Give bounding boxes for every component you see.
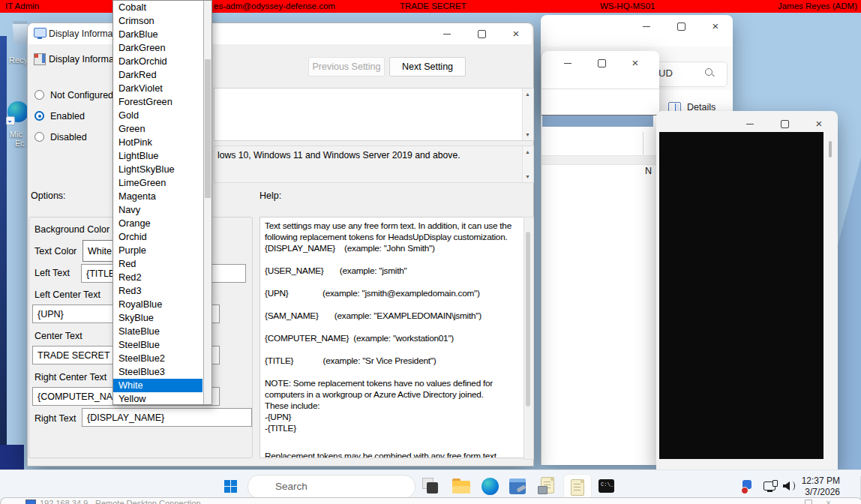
dropdown-item[interactable]: SteelBlue3 (113, 365, 202, 379)
policy-setting-name: Display Informat (49, 54, 116, 64)
dropdown-item[interactable]: Green (113, 122, 202, 136)
recycle-bin-label: Recy (9, 56, 28, 64)
start-button[interactable] (224, 480, 238, 494)
close-icon[interactable]: × (511, 28, 521, 39)
minimize-icon[interactable] (745, 118, 755, 129)
help-scrollbar-thumb[interactable] (526, 232, 530, 406)
app-icon-snip[interactable] (422, 478, 440, 496)
comment-box[interactable]: ▲ ▼ (214, 88, 534, 141)
policy-setting-icon (34, 53, 46, 65)
dropdown-item[interactable]: LightSkyBlue (113, 163, 202, 176)
options-label: Options: (31, 190, 66, 201)
dropdown-item[interactable]: Crimson (113, 14, 202, 28)
help-scrollbar[interactable] (524, 217, 534, 460)
dropdown-item[interactable]: Yellow (113, 392, 202, 406)
minimize-icon[interactable] (442, 28, 452, 39)
dropdown-item[interactable]: RoyalBlue (113, 298, 202, 311)
help-text: Text settings may use any free form text… (265, 220, 517, 434)
maximize-icon[interactable] (476, 28, 487, 39)
radio-label: Not Configured (50, 90, 113, 100)
close-icon[interactable]: × (826, 498, 831, 504)
previous-setting-button[interactable]: Previous Setting (308, 57, 385, 76)
maximize-icon[interactable] (779, 118, 790, 129)
dropdown-item[interactable]: SkyBlue (113, 311, 202, 325)
dropdown-item[interactable]: Red2 (113, 271, 202, 284)
maximize-icon[interactable] (805, 500, 812, 504)
dropdown-item[interactable]: White (113, 379, 202, 392)
wallpaper-corner-petal (0, 445, 24, 471)
supported-on-box: lows 10, Windows 11 and Windows Server 2… (214, 146, 534, 183)
supported-on-text: lows 10, Windows 11 and Windows Server 2… (218, 150, 460, 160)
search-icon (259, 482, 268, 491)
dropdown-scrollbar-thumb[interactable] (205, 59, 211, 198)
text-color-label: Text Color (34, 246, 76, 256)
dropdown-item[interactable]: DarkGreen (113, 41, 202, 55)
dropdown-item[interactable]: Gold (113, 109, 202, 122)
radio-circle[interactable] (34, 132, 44, 142)
center-text-label: Center Text (34, 331, 82, 341)
explorer-window-controls: × (641, 21, 721, 32)
next-setting-button[interactable]: Next Setting (389, 57, 466, 76)
right-center-text-label: Right Center Text (34, 372, 106, 382)
dropdown-item[interactable]: Magenta (113, 190, 202, 203)
minimize-icon[interactable] (641, 21, 652, 32)
scroll-down-icon[interactable]: ▼ (523, 131, 532, 138)
dropdown-item[interactable]: Orchid (113, 230, 202, 244)
dropdown-item[interactable]: LimeGreen (113, 176, 202, 190)
console-scrollbar[interactable] (829, 141, 832, 158)
group-policy-icon[interactable] (541, 477, 554, 494)
desktop: Recy Mic Ec × UD Details (0, 0, 861, 504)
hud-left-center-text: es-adm@odyssey-defense.com (214, 1, 335, 12)
hud-right-text: James Reyes (ADM) (778, 1, 857, 12)
radio-label: Enabled (50, 111, 85, 122)
dropdown-item[interactable]: DarkOrchid (113, 55, 202, 68)
radio-circle[interactable] (34, 111, 44, 121)
minimize-icon[interactable] (562, 58, 573, 68)
dropdown-item[interactable]: ForestGreen (113, 95, 202, 109)
scroll-down-icon[interactable]: ▼ (523, 173, 532, 180)
console-output-area[interactable] (659, 132, 824, 459)
dropdown-item[interactable]: DarkRed (113, 68, 202, 82)
cmd-icon[interactable]: C:\_ (598, 479, 614, 493)
dropdown-scrollbar[interactable] (203, 1, 212, 404)
dropdown-item[interactable]: DarkViolet (113, 82, 202, 95)
tray-network-icon[interactable] (764, 480, 778, 494)
scroll-up-icon[interactable]: ▲ (523, 91, 532, 98)
hud-center-text: TRADE SECRET (400, 1, 466, 12)
dropdown-item[interactable]: HotPink (113, 136, 202, 149)
scroll-up-icon[interactable]: ▲ (523, 148, 532, 155)
close-icon[interactable]: × (630, 58, 640, 68)
dropdown-item[interactable]: Red (113, 257, 202, 271)
dropdown-item[interactable]: Orange (113, 217, 202, 230)
radio-circle[interactable] (34, 90, 44, 100)
dropdown-item[interactable]: SlateBlue (113, 325, 202, 338)
help-box: Text settings may use any free form text… (260, 217, 524, 458)
dialog-window-controls: × (442, 28, 521, 39)
dropdown-item[interactable]: LightBlue (113, 149, 202, 163)
console-window: × (656, 111, 838, 471)
dialog-title: Display Informat (49, 28, 116, 39)
clock-date: 3/7/2026 (794, 487, 840, 498)
dropdown-item[interactable]: SteelBlue (113, 338, 202, 352)
taskbar-search[interactable]: Search (248, 475, 416, 499)
tray-clock[interactable]: 12:37 PM 3/7/2026 (794, 475, 840, 499)
dropdown-item[interactable]: Purple (113, 244, 202, 257)
tray-rdp-icon[interactable] (741, 480, 754, 494)
left-center-text-label: Left Center Text (34, 290, 100, 300)
dropdown-item[interactable]: DarkBlue (113, 28, 202, 41)
edge-taskbar-icon[interactable] (482, 478, 499, 495)
close-icon[interactable]: × (710, 21, 721, 32)
dropdown-item[interactable]: Navy (113, 203, 202, 217)
dropdown-item[interactable]: Cobalt (113, 1, 202, 14)
right-text-input[interactable]: {DISPLAY_NAME} (82, 408, 252, 427)
file-explorer-icon[interactable] (452, 478, 470, 495)
dropdown-item[interactable]: Red3 (113, 284, 202, 298)
rdp-window-title: 192.168.34.9 - Remote Desktop Connection (40, 499, 201, 504)
maximize-icon[interactable] (596, 58, 607, 68)
maximize-icon[interactable] (676, 21, 686, 32)
close-icon[interactable]: × (814, 118, 824, 129)
rdp-window-titlebar[interactable]: 192.168.34.9 - Remote Desktop Connection… (0, 497, 861, 504)
dropdown-item[interactable]: SteelBlue2 (113, 352, 202, 365)
selected-row-band[interactable] (542, 116, 653, 127)
mmc-console-icon[interactable] (509, 478, 526, 494)
